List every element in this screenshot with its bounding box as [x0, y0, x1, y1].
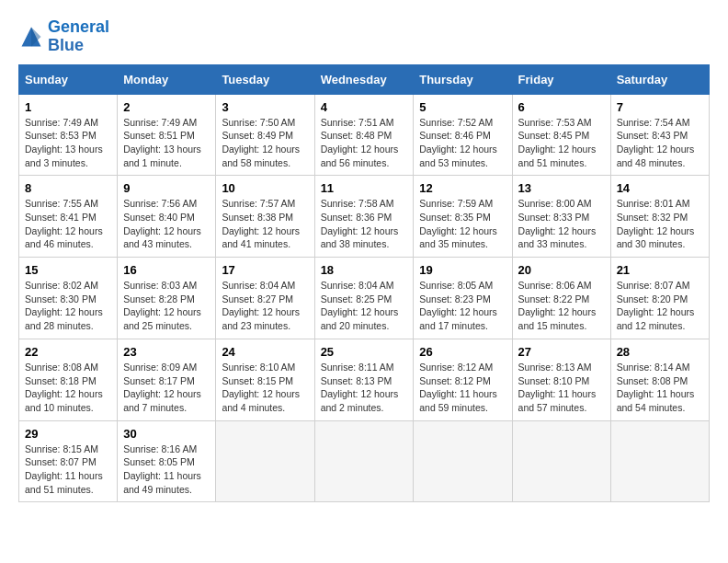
- day-info: Sunrise: 8:04 AMSunset: 8:25 PMDaylight:…: [321, 280, 399, 331]
- calendar-cell: 23 Sunrise: 8:09 AMSunset: 8:17 PMDaylig…: [118, 339, 216, 420]
- day-number: 4: [321, 100, 408, 114]
- day-info: Sunrise: 7:53 AMSunset: 8:45 PMDaylight:…: [518, 117, 597, 168]
- calendar-cell: [414, 420, 512, 502]
- calendar-cell: [314, 420, 414, 502]
- day-number: 6: [518, 100, 605, 114]
- calendar-cell: 21 Sunrise: 8:07 AMSunset: 8:20 PMDaylig…: [610, 258, 709, 339]
- day-number: 21: [617, 263, 703, 277]
- day-info: Sunrise: 8:00 AMSunset: 8:33 PMDaylight:…: [518, 198, 597, 249]
- calendar-cell: 12 Sunrise: 7:59 AMSunset: 8:35 PMDaylig…: [414, 176, 512, 258]
- day-info: Sunrise: 7:57 AMSunset: 8:38 PMDaylight:…: [222, 198, 300, 249]
- calendar-cell: 15 Sunrise: 8:02 AMSunset: 8:30 PMDaylig…: [19, 258, 118, 339]
- day-number: 17: [222, 263, 308, 277]
- calendar-cell: 20 Sunrise: 8:06 AMSunset: 8:22 PMDaylig…: [512, 258, 610, 339]
- day-info: Sunrise: 8:12 AMSunset: 8:12 PMDaylight:…: [419, 362, 497, 413]
- day-info: Sunrise: 8:05 AMSunset: 8:23 PMDaylight:…: [419, 280, 497, 331]
- logo-text: General Blue: [48, 18, 109, 55]
- calendar-table: SundayMondayTuesdayWednesdayThursdayFrid…: [18, 64, 710, 503]
- day-info: Sunrise: 8:07 AMSunset: 8:20 PMDaylight:…: [617, 280, 695, 331]
- day-number: 22: [25, 345, 111, 359]
- day-info: Sunrise: 7:52 AMSunset: 8:46 PMDaylight:…: [419, 117, 497, 168]
- day-info: Sunrise: 8:13 AMSunset: 8:10 PMDaylight:…: [518, 362, 597, 413]
- calendar-cell: 29 Sunrise: 8:15 AMSunset: 8:07 PMDaylig…: [19, 420, 118, 502]
- calendar-cell: 2 Sunrise: 7:49 AMSunset: 8:51 PMDayligh…: [118, 94, 216, 176]
- calendar-cell: 30 Sunrise: 8:16 AMSunset: 8:05 PMDaylig…: [118, 420, 216, 502]
- day-info: Sunrise: 7:56 AMSunset: 8:40 PMDaylight:…: [123, 198, 201, 249]
- day-number: 5: [419, 100, 506, 114]
- calendar-cell: [512, 420, 610, 502]
- day-info: Sunrise: 7:54 AMSunset: 8:43 PMDaylight:…: [617, 117, 695, 168]
- weekday-header-thursday: Thursday: [414, 64, 512, 94]
- calendar-cell: 17 Sunrise: 8:04 AMSunset: 8:27 PMDaylig…: [216, 258, 314, 339]
- calendar-cell: 7 Sunrise: 7:54 AMSunset: 8:43 PMDayligh…: [610, 94, 709, 176]
- calendar-cell: 9 Sunrise: 7:56 AMSunset: 8:40 PMDayligh…: [118, 176, 216, 258]
- calendar-cell: 22 Sunrise: 8:08 AMSunset: 8:18 PMDaylig…: [19, 339, 118, 420]
- day-number: 24: [222, 345, 308, 359]
- day-number: 12: [419, 181, 506, 195]
- day-number: 29: [25, 427, 111, 441]
- calendar-cell: 28 Sunrise: 8:14 AMSunset: 8:08 PMDaylig…: [610, 339, 709, 420]
- day-info: Sunrise: 8:10 AMSunset: 8:15 PMDaylight:…: [222, 362, 300, 413]
- day-info: Sunrise: 7:58 AMSunset: 8:36 PMDaylight:…: [321, 198, 399, 249]
- day-info: Sunrise: 8:04 AMSunset: 8:27 PMDaylight:…: [222, 280, 300, 331]
- calendar-cell: 25 Sunrise: 8:11 AMSunset: 8:13 PMDaylig…: [314, 339, 414, 420]
- day-number: 14: [617, 181, 703, 195]
- calendar-cell: 27 Sunrise: 8:13 AMSunset: 8:10 PMDaylig…: [512, 339, 610, 420]
- logo-icon: [18, 24, 44, 50]
- calendar-cell: 18 Sunrise: 8:04 AMSunset: 8:25 PMDaylig…: [314, 258, 414, 339]
- week-row-4: 22 Sunrise: 8:08 AMSunset: 8:18 PMDaylig…: [19, 339, 710, 420]
- calendar-cell: 3 Sunrise: 7:50 AMSunset: 8:49 PMDayligh…: [216, 94, 314, 176]
- logo: General Blue: [18, 18, 109, 55]
- day-info: Sunrise: 8:08 AMSunset: 8:18 PMDaylight:…: [25, 362, 103, 413]
- day-info: Sunrise: 7:49 AMSunset: 8:53 PMDaylight:…: [25, 117, 103, 168]
- day-info: Sunrise: 7:59 AMSunset: 8:35 PMDaylight:…: [419, 198, 497, 249]
- calendar-cell: 14 Sunrise: 8:01 AMSunset: 8:32 PMDaylig…: [610, 176, 709, 258]
- day-number: 20: [518, 263, 605, 277]
- day-info: Sunrise: 7:50 AMSunset: 8:49 PMDaylight:…: [222, 117, 300, 168]
- day-number: 15: [25, 263, 111, 277]
- calendar-cell: 11 Sunrise: 7:58 AMSunset: 8:36 PMDaylig…: [314, 176, 414, 258]
- day-info: Sunrise: 8:11 AMSunset: 8:13 PMDaylight:…: [321, 362, 399, 413]
- day-number: 2: [123, 100, 210, 114]
- day-info: Sunrise: 8:03 AMSunset: 8:28 PMDaylight:…: [123, 280, 201, 331]
- week-row-5: 29 Sunrise: 8:15 AMSunset: 8:07 PMDaylig…: [19, 420, 710, 502]
- calendar-cell: 4 Sunrise: 7:51 AMSunset: 8:48 PMDayligh…: [314, 94, 414, 176]
- calendar-cell: 26 Sunrise: 8:12 AMSunset: 8:12 PMDaylig…: [414, 339, 512, 420]
- day-info: Sunrise: 8:15 AMSunset: 8:07 PMDaylight:…: [25, 443, 103, 495]
- calendar-header-row: SundayMondayTuesdayWednesdayThursdayFrid…: [19, 64, 710, 94]
- day-number: 16: [123, 263, 210, 277]
- calendar-cell: 24 Sunrise: 8:10 AMSunset: 8:15 PMDaylig…: [216, 339, 314, 420]
- calendar-cell: 16 Sunrise: 8:03 AMSunset: 8:28 PMDaylig…: [118, 258, 216, 339]
- day-number: 19: [419, 263, 506, 277]
- calendar-cell: 5 Sunrise: 7:52 AMSunset: 8:46 PMDayligh…: [414, 94, 512, 176]
- day-number: 28: [617, 345, 703, 359]
- day-info: Sunrise: 8:01 AMSunset: 8:32 PMDaylight:…: [617, 198, 695, 249]
- day-number: 11: [321, 181, 408, 195]
- calendar-cell: 8 Sunrise: 7:55 AMSunset: 8:41 PMDayligh…: [19, 176, 118, 258]
- day-number: 26: [419, 345, 506, 359]
- day-info: Sunrise: 8:16 AMSunset: 8:05 PMDaylight:…: [123, 443, 201, 495]
- day-number: 7: [617, 100, 703, 114]
- calendar-cell: [610, 420, 709, 502]
- calendar-cell: [216, 420, 314, 502]
- day-info: Sunrise: 7:55 AMSunset: 8:41 PMDaylight:…: [25, 198, 103, 249]
- calendar-cell: 6 Sunrise: 7:53 AMSunset: 8:45 PMDayligh…: [512, 94, 610, 176]
- calendar-cell: 10 Sunrise: 7:57 AMSunset: 8:38 PMDaylig…: [216, 176, 314, 258]
- weekday-header-monday: Monday: [118, 64, 216, 94]
- day-info: Sunrise: 8:09 AMSunset: 8:17 PMDaylight:…: [123, 362, 201, 413]
- day-info: Sunrise: 8:06 AMSunset: 8:22 PMDaylight:…: [518, 280, 597, 331]
- calendar-cell: 19 Sunrise: 8:05 AMSunset: 8:23 PMDaylig…: [414, 258, 512, 339]
- day-number: 10: [222, 181, 308, 195]
- day-number: 18: [321, 263, 408, 277]
- calendar-cell: 1 Sunrise: 7:49 AMSunset: 8:53 PMDayligh…: [19, 94, 118, 176]
- day-number: 13: [518, 181, 605, 195]
- weekday-header-sunday: Sunday: [19, 64, 118, 94]
- day-info: Sunrise: 8:02 AMSunset: 8:30 PMDaylight:…: [25, 280, 103, 331]
- week-row-1: 1 Sunrise: 7:49 AMSunset: 8:53 PMDayligh…: [19, 94, 710, 176]
- weekday-header-tuesday: Tuesday: [216, 64, 314, 94]
- day-number: 30: [123, 427, 210, 441]
- day-info: Sunrise: 7:49 AMSunset: 8:51 PMDaylight:…: [123, 117, 201, 168]
- weekday-header-friday: Friday: [512, 64, 610, 94]
- day-info: Sunrise: 8:14 AMSunset: 8:08 PMDaylight:…: [617, 362, 695, 413]
- day-number: 23: [123, 345, 210, 359]
